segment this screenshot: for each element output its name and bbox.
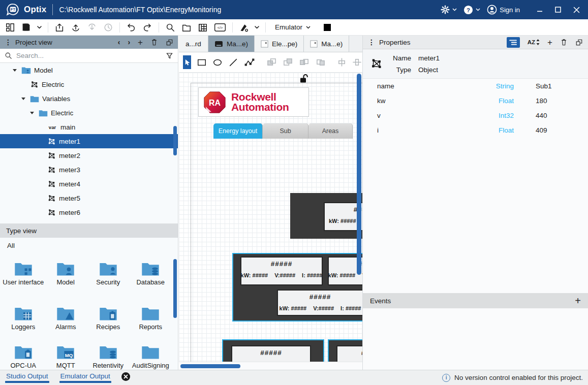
- close-button[interactable]: [573, 7, 580, 13]
- undo-button[interactable]: [126, 21, 136, 34]
- line-tool-button[interactable]: [228, 57, 238, 68]
- nav-tab-sub[interactable]: Sub: [263, 123, 308, 139]
- caret-down-icon[interactable]: [28, 111, 36, 115]
- unlocked-icon[interactable]: [299, 74, 310, 83]
- property-row-name[interactable]: name String Sub1: [363, 79, 588, 93]
- navigate-forward-button[interactable]: ›: [128, 39, 130, 46]
- type-item-alarms[interactable]: Alarms: [45, 302, 87, 340]
- meter-panel[interactable]: ##### kW: #####: [336, 345, 362, 362]
- rockwell-logo[interactable]: RA Rockwell Automation: [198, 87, 309, 117]
- stop-icon[interactable]: [324, 24, 331, 31]
- editor-tab-main-type[interactable]: Ma...e): [304, 36, 349, 52]
- emulator-target-dropdown[interactable]: Emulator: [275, 23, 311, 31]
- navigate-back-button[interactable]: ‹: [118, 39, 120, 46]
- send-to-back-button[interactable]: [283, 57, 293, 67]
- history-button[interactable]: [103, 21, 113, 34]
- type-item-security[interactable]: Security: [87, 257, 130, 302]
- type-item-loggers[interactable]: Loggers: [2, 302, 45, 340]
- database-view-button[interactable]: [198, 21, 208, 34]
- popout-button[interactable]: [166, 39, 173, 46]
- tree-item-main[interactable]: var main: [0, 120, 178, 134]
- nav-tab-areas[interactable]: Areas: [308, 123, 353, 139]
- filter-icon[interactable]: [166, 52, 173, 59]
- close-output-button[interactable]: [121, 372, 130, 381]
- kebab-icon[interactable]: ⋮: [5, 39, 12, 46]
- editor-tab-electric[interactable]: Ele...pe): [255, 36, 304, 52]
- tree-item-model[interactable]: Model: [0, 63, 178, 77]
- caret-down-icon[interactable]: [11, 69, 18, 72]
- search-button[interactable]: [165, 21, 175, 34]
- type-item-mqtt[interactable]: MQ MQTT: [45, 340, 87, 370]
- tree-item-meter3[interactable]: meter3: [0, 163, 178, 177]
- select-tool-button[interactable]: [183, 55, 191, 69]
- tree-scrollbar[interactable]: [173, 126, 177, 155]
- help-menu[interactable]: ?: [463, 5, 480, 15]
- minimize-button[interactable]: [537, 7, 543, 13]
- tree-item-meter2[interactable]: meter2: [0, 148, 178, 163]
- meter-widget[interactable]: ##### kW: ##### V:##### I: #####: [222, 339, 324, 362]
- align-horizontal-center-button[interactable]: [337, 57, 347, 67]
- editor-tab-dashboard[interactable]: a...rd: [179, 36, 208, 52]
- sign-in-button[interactable]: Sign in: [487, 5, 520, 15]
- meter-panel[interactable]: ##### kW: ##### V:##### I: #####: [277, 290, 362, 316]
- emulator-output-tab[interactable]: Emulator Output: [59, 372, 111, 383]
- sort-alphabetical-button[interactable]: AZ: [528, 39, 540, 45]
- delete-button[interactable]: [560, 38, 568, 46]
- tree-item-electric-type[interactable]: Electric: [0, 77, 178, 91]
- type-item-user-interface[interactable]: User interface: [2, 257, 45, 302]
- add-property-button[interactable]: +: [547, 38, 552, 47]
- add-event-button[interactable]: +: [575, 295, 581, 307]
- kebab-icon[interactable]: ⋮: [368, 39, 375, 46]
- type-item-recipes[interactable]: Recipes: [87, 302, 130, 340]
- events-section-header[interactable]: Events +: [363, 293, 588, 308]
- meter-widget[interactable]: ##### kW: #####: [290, 193, 362, 239]
- tree-view-toggle[interactable]: [507, 37, 520, 48]
- meter-panel[interactable]: ##### kW: ##### V:##### I: #####: [231, 345, 311, 362]
- redo-button[interactable]: [142, 21, 152, 34]
- folder-button[interactable]: [181, 21, 192, 34]
- rectangle-tool-button[interactable]: [197, 57, 207, 68]
- tree-item-meter5[interactable]: meter5: [0, 191, 178, 205]
- tree-item-electric-folder[interactable]: Electric: [0, 106, 178, 120]
- editor-tab-main-active[interactable]: Ma...e): [208, 36, 255, 52]
- meter-panel[interactable]: ##### kW: ##### V:##### I: #####: [240, 256, 323, 285]
- publish-button[interactable]: [71, 21, 81, 34]
- type-item-opcua[interactable]: OPC-UA: [2, 340, 45, 370]
- maximize-button[interactable]: [555, 7, 561, 13]
- add-button[interactable]: +: [138, 38, 143, 47]
- ellipse-tool-button[interactable]: [212, 57, 223, 68]
- studio-output-tab[interactable]: Studio Output: [5, 372, 49, 383]
- polyline-tool-button[interactable]: [244, 57, 255, 68]
- type-filter-all[interactable]: All: [0, 238, 178, 253]
- workspace-layout-button[interactable]: [5, 21, 15, 34]
- caret-down-icon[interactable]: [20, 97, 27, 101]
- property-row-v[interactable]: v Int32 440: [363, 108, 588, 123]
- download-button[interactable]: [87, 21, 97, 34]
- nav-tab-energy-layout[interactable]: Energy layout: [213, 123, 263, 139]
- style-tool-button[interactable]: [239, 21, 249, 34]
- type-item-model[interactable]: Model: [45, 257, 87, 302]
- popout-button[interactable]: [575, 39, 583, 46]
- tree-item-meter6[interactable]: meter6: [0, 205, 178, 219]
- type-item-auditsigning[interactable]: AuditSigning: [130, 340, 172, 370]
- settings-menu[interactable]: [441, 5, 457, 14]
- save-menu-chevron[interactable]: [37, 21, 42, 34]
- type-view-scrollbar[interactable]: [173, 259, 177, 318]
- object-name-value[interactable]: meter1: [418, 54, 440, 62]
- canvas-vertical-scrollbar[interactable]: [357, 74, 361, 275]
- meter-group-selected[interactable]: ##### kW: ##### V:##### I: ##### ##### k…: [232, 253, 362, 322]
- bring-to-front-button[interactable]: [266, 57, 277, 67]
- property-row-i[interactable]: i Float 409: [363, 123, 588, 138]
- canvas-horizontal-scrollbar[interactable]: [180, 364, 240, 368]
- type-item-retentivity[interactable]: Retentivity: [87, 340, 130, 370]
- tree-item-meter1[interactable]: meter1: [0, 134, 178, 148]
- open-project-button[interactable]: [54, 21, 65, 34]
- save-button[interactable]: [21, 21, 31, 34]
- code-editor-button[interactable]: </>: [214, 21, 226, 34]
- tree-item-variables[interactable]: Variables: [0, 91, 178, 106]
- design-canvas[interactable]: RA Rockwell Automation Energy layout Sub…: [179, 73, 362, 362]
- meter-widget[interactable]: ##### kW: #####: [328, 339, 362, 362]
- delete-button[interactable]: [150, 38, 158, 46]
- bring-forward-button[interactable]: [299, 57, 310, 67]
- type-item-database[interactable]: Database: [130, 257, 172, 302]
